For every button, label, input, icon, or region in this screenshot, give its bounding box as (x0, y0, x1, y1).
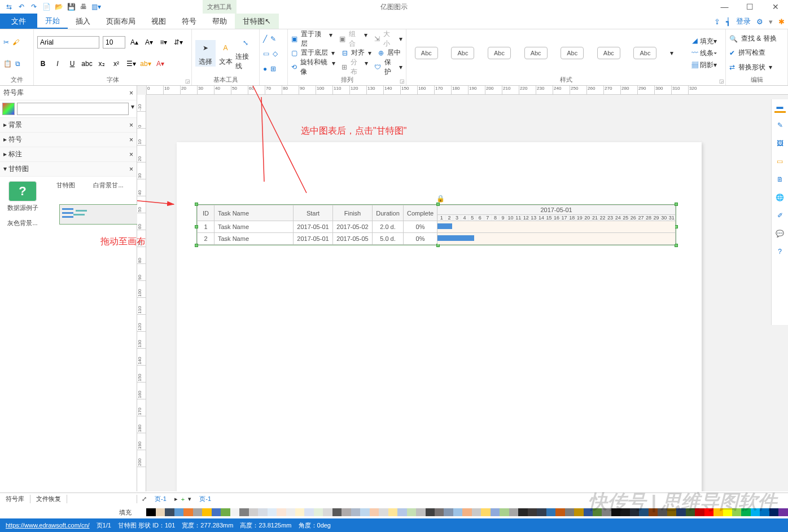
globe-icon[interactable]: 🌐 (774, 192, 786, 203)
swatch[interactable] (137, 508, 146, 516)
swatch[interactable] (462, 508, 471, 516)
shape-icon[interactable]: ◇ (273, 50, 278, 58)
align-icon[interactable]: ≡▾ (158, 37, 169, 48)
page-tab-dup[interactable]: 页-1 (195, 495, 216, 503)
swatch[interactable] (778, 508, 787, 516)
swatch[interactable] (555, 508, 564, 516)
swatch[interactable] (407, 508, 416, 516)
swatch[interactable] (518, 508, 527, 516)
swatch[interactable] (435, 508, 444, 516)
menu-symbol[interactable]: 符号 (174, 14, 204, 29)
gantt-chart[interactable]: 🔒 ID Task Name Start Finish Duration Com… (196, 204, 676, 245)
launcher-icon[interactable]: ◲ (719, 78, 724, 84)
select-tool[interactable]: ➤选择 (195, 40, 216, 67)
find-icon[interactable]: 🔍 (729, 35, 738, 43)
menu-help[interactable]: 帮助 (204, 14, 235, 29)
swatch[interactable] (286, 508, 295, 516)
qat-icon[interactable]: ⇆ (5, 2, 14, 11)
swatch[interactable] (277, 508, 286, 516)
swatch[interactable] (379, 508, 388, 516)
swatch[interactable] (639, 508, 648, 516)
menu-view[interactable]: 视图 (143, 14, 174, 29)
swatch[interactable] (472, 508, 481, 516)
swatch[interactable] (193, 508, 202, 516)
swatch[interactable] (630, 508, 639, 516)
image-icon[interactable]: 🖼 (774, 138, 786, 149)
swatch[interactable] (360, 508, 369, 516)
swatch[interactable] (565, 508, 574, 516)
rotate-icon[interactable]: ⟲ (291, 63, 297, 71)
color-picker-icon[interactable] (2, 103, 15, 115)
swatch[interactable] (268, 508, 277, 516)
swatch[interactable] (741, 508, 750, 516)
style-preset[interactable]: Abc (561, 47, 584, 59)
italic-icon[interactable]: I (52, 58, 63, 69)
rect2-icon[interactable]: ▭ (774, 156, 786, 167)
undo-icon[interactable]: ↶ (17, 2, 26, 11)
more-styles-icon[interactable]: ▾ (670, 49, 673, 57)
swatch[interactable] (528, 508, 537, 516)
canvas[interactable]: 0102030405060708090100110120130140150160… (137, 86, 788, 491)
swatch[interactable] (602, 508, 611, 516)
tab-recover[interactable]: 文件恢复 (30, 495, 67, 503)
swatch[interactable] (156, 508, 165, 516)
swatch[interactable] (546, 508, 555, 516)
swatch[interactable] (760, 508, 769, 516)
redo-icon[interactable]: ↷ (29, 2, 38, 11)
format-painter-icon[interactable]: 🖌 (12, 38, 19, 46)
new-icon[interactable]: 📄 (42, 2, 51, 11)
open-icon[interactable]: 📂 (54, 2, 63, 11)
swatch[interactable] (574, 508, 583, 516)
swatch[interactable] (295, 508, 304, 516)
superscript-icon[interactable]: x² (111, 58, 122, 69)
menu-gantt[interactable]: 甘特图↖ (235, 14, 279, 29)
paste-icon[interactable]: 📋 (3, 60, 12, 68)
size-icon[interactable]: ⇲ (374, 35, 380, 43)
maximize-icon[interactable]: ☐ (737, 0, 763, 14)
swatch[interactable] (230, 508, 239, 516)
swatch[interactable] (202, 508, 211, 516)
shape-item[interactable]: ?数据源例子 (5, 181, 41, 212)
shape-item[interactable]: 灰色背景... (5, 219, 41, 227)
copy-icon[interactable]: ⧉ (15, 60, 20, 68)
rect-icon[interactable]: ▭ (263, 50, 269, 58)
remove-icon[interactable]: × (129, 165, 133, 173)
menu-home[interactable]: 开始 (37, 14, 68, 29)
group-icon[interactable]: ▣ (339, 35, 345, 43)
launcher-icon[interactable]: ◲ (400, 78, 405, 84)
swatch[interactable] (769, 508, 778, 516)
tab-library[interactable]: 符号库 (0, 495, 30, 503)
swatch[interactable] (453, 508, 462, 516)
pen-icon[interactable]: ✎ (270, 35, 276, 43)
swatch[interactable] (146, 508, 155, 516)
print-icon[interactable]: 🖶 (79, 2, 88, 11)
export-icon[interactable]: ▥▾ (91, 2, 100, 11)
category-item[interactable]: ▸ 标注× (0, 147, 137, 162)
expand-icon[interactable]: ⤢ (142, 495, 147, 503)
swatch[interactable] (751, 508, 760, 516)
swatch[interactable] (723, 508, 732, 516)
swatch[interactable] (314, 508, 323, 516)
category-item[interactable]: ▸ 背景× (0, 118, 137, 133)
add-page-icon[interactable]: + (181, 496, 185, 503)
swatch[interactable] (695, 508, 704, 516)
line-spacing-icon[interactable]: ⇵▾ (173, 37, 184, 48)
table-row[interactable]: 1Task Name 2017-05-012017-05-02 2.0 d.0% (198, 221, 676, 233)
status-url[interactable]: https://www.edrawsoft.com/cn/ (6, 522, 90, 529)
swatch[interactable] (584, 508, 593, 516)
cloud-icon[interactable]: ⇪ (714, 17, 720, 26)
swatch[interactable] (686, 508, 695, 516)
swatch[interactable] (351, 508, 360, 516)
line-icon[interactable]: ╱ (263, 35, 267, 43)
strike-icon[interactable]: abc (81, 58, 93, 69)
swatch[interactable] (426, 508, 435, 516)
swatch[interactable] (397, 508, 406, 516)
align-btn-icon[interactable]: ⊟ (342, 49, 348, 57)
swatch[interactable] (491, 508, 500, 516)
menu-insert[interactable]: 插入 (68, 14, 98, 29)
category-item[interactable]: ▸ 符号× (0, 133, 137, 147)
help-icon[interactable]: ▾ (769, 17, 773, 26)
swatch[interactable] (481, 508, 490, 516)
spell-icon[interactable]: ✔ (729, 49, 735, 57)
swatch[interactable] (388, 508, 397, 516)
